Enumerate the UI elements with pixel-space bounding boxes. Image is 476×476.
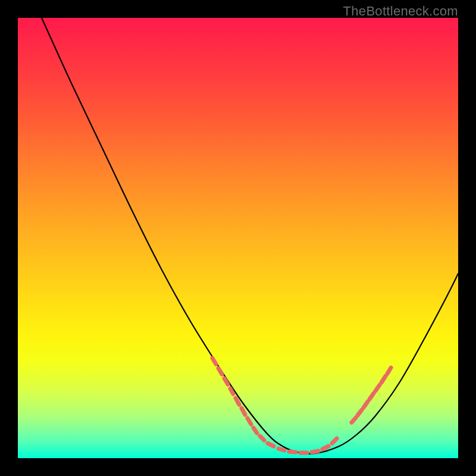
bottleneck-curve <box>42 18 458 454</box>
dash-segment <box>278 449 284 450</box>
dash-segment <box>230 389 233 394</box>
dash-segment <box>358 410 362 415</box>
dash-segment <box>312 451 318 452</box>
dash-segment <box>387 368 391 374</box>
dash-segment <box>381 376 386 383</box>
dash-segment <box>289 452 296 452</box>
dash-segment <box>260 436 264 440</box>
dash-marker-group <box>212 358 391 453</box>
dash-segment <box>375 385 380 391</box>
curve-layer <box>18 18 458 458</box>
dash-segment <box>369 393 374 399</box>
dash-segment <box>332 439 337 443</box>
plot-area <box>18 18 458 458</box>
dash-segment <box>253 428 257 433</box>
dash-segment <box>352 418 356 422</box>
chart-frame: TheBottleneck.com <box>0 0 476 476</box>
dash-segment <box>322 446 328 449</box>
dash-segment <box>248 418 251 424</box>
dash-segment <box>212 358 216 364</box>
dash-segment <box>268 443 274 446</box>
dash-segment <box>364 402 368 408</box>
dash-segment <box>242 408 245 415</box>
watermark-text: TheBottleneck.com <box>343 4 458 19</box>
dash-segment <box>236 398 239 405</box>
dash-segment <box>218 368 222 374</box>
